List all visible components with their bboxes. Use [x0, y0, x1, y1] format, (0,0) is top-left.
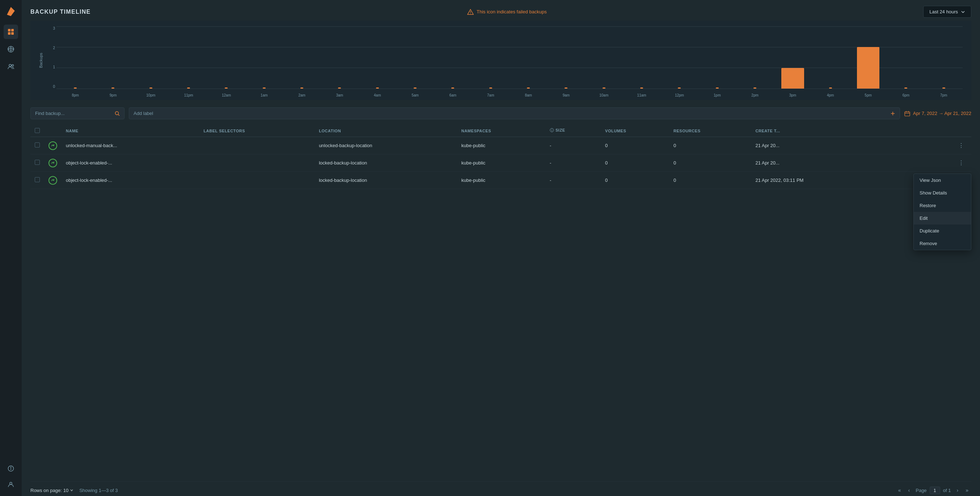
- x-axis-label: 12pm: [660, 93, 698, 97]
- col-actions-header: [881, 125, 971, 137]
- table-row: object-lock-enabled-... locked-backup-lo…: [30, 154, 971, 172]
- first-page-button[interactable]: «: [895, 486, 904, 494]
- sidebar-item-dashboard[interactable]: [4, 25, 18, 39]
- svg-point-12: [10, 482, 12, 485]
- chart-dot: [263, 87, 266, 89]
- row-namespaces: kube-public: [457, 154, 546, 172]
- calendar-icon: [904, 111, 910, 116]
- rows-per-page-label: Rows on page:: [30, 488, 62, 493]
- x-axis-label: 5pm: [850, 93, 887, 97]
- app-logo[interactable]: [4, 4, 18, 17]
- sidebar-item-users[interactable]: [4, 59, 18, 74]
- y-tick-3: 3: [48, 26, 55, 30]
- chart-dot: [150, 87, 152, 89]
- chart-dot: [414, 87, 417, 89]
- x-axis-label: 10am: [585, 93, 623, 97]
- context-menu-item[interactable]: Restore: [914, 199, 971, 212]
- x-axis-label: 7pm: [925, 93, 963, 97]
- current-page[interactable]: 1: [930, 486, 940, 494]
- bar-slot: [170, 26, 207, 89]
- prev-page-button[interactable]: ‹: [905, 486, 913, 494]
- next-page-button[interactable]: ›: [954, 486, 961, 494]
- x-axis-label: 3pm: [774, 93, 811, 97]
- x-axis-label: 1am: [245, 93, 283, 97]
- row-size: -: [546, 137, 601, 154]
- plus-icon: [890, 111, 895, 116]
- row-icon-cell: [44, 172, 62, 189]
- header-row: NAME LABEL SELECTORS LOCATION NAMESPACES…: [30, 125, 971, 137]
- select-all-checkbox[interactable]: [35, 128, 40, 133]
- row-more-button[interactable]: ⋮: [955, 158, 967, 168]
- row-more-button[interactable]: ⋮: [955, 141, 967, 151]
- chart-dot: [942, 87, 945, 89]
- col-size-header[interactable]: SIZE: [546, 125, 601, 135]
- x-axis-label: 6am: [434, 93, 471, 97]
- x-axis-label: 6pm: [887, 93, 924, 97]
- svg-point-25: [552, 129, 552, 130]
- bar-slot: [245, 26, 283, 89]
- warning-text: This icon indicates failed backups: [477, 9, 547, 14]
- row-resources: 0: [669, 154, 751, 172]
- context-menu-item[interactable]: Remove: [914, 237, 971, 250]
- col-name-header[interactable]: NAME: [62, 125, 199, 137]
- page-label: Page: [916, 488, 926, 493]
- last-page-button[interactable]: »: [963, 486, 971, 494]
- context-menu: View JsonShow DetailsRestoreEditDuplicat…: [913, 174, 971, 250]
- row-name: unlocked-manual-back...: [62, 137, 199, 154]
- bar-slot: [585, 26, 623, 89]
- bar-slot: [132, 26, 170, 89]
- table-footer: Rows on page: 10 Showing 1—3 of 3 « ‹ Pa…: [30, 481, 971, 496]
- chart-dot: [74, 87, 77, 89]
- sidebar-item-network[interactable]: [4, 42, 18, 56]
- col-icon-header: [44, 125, 62, 137]
- chart-dot: [829, 87, 832, 89]
- sidebar-item-account[interactable]: [4, 477, 18, 492]
- backup-chart: Backups 3 2 1 0: [30, 21, 971, 100]
- bar-slot: [736, 26, 774, 89]
- col-resources-header[interactable]: RESOURCES: [669, 125, 751, 137]
- row-checkbox-cell: [30, 154, 44, 172]
- row-checkbox[interactable]: [35, 160, 40, 165]
- y-tick-1: 1: [48, 65, 55, 69]
- row-checkbox[interactable]: [35, 177, 40, 182]
- x-axis-label: 3am: [321, 93, 358, 97]
- col-created-header[interactable]: CREATE T...: [751, 125, 881, 137]
- chart-dot: [187, 87, 190, 89]
- col-location-header[interactable]: LOCATION: [315, 125, 457, 137]
- table-body: unlocked-manual-back... unlocked-backup-…: [30, 137, 971, 189]
- search-box[interactable]: [30, 107, 124, 119]
- data-table: NAME LABEL SELECTORS LOCATION NAMESPACES…: [30, 125, 971, 189]
- total-pages: of 1: [943, 488, 951, 493]
- date-range-picker[interactable]: Apr 7, 2022 → Apr 21, 2022: [904, 111, 971, 116]
- select-all-header[interactable]: [30, 125, 44, 137]
- context-menu-item[interactable]: Duplicate: [914, 225, 971, 237]
- rows-per-page-value: 10: [63, 488, 68, 493]
- bar-slot: [321, 26, 358, 89]
- rows-per-page[interactable]: Rows on page: 10: [30, 488, 73, 493]
- col-namespaces-header[interactable]: NAMESPACES: [457, 125, 546, 137]
- bar-slot: [812, 26, 850, 89]
- row-location: locked-backup-location: [315, 154, 457, 172]
- chart-plot-area: [56, 26, 963, 89]
- context-menu-item[interactable]: Show Details: [914, 187, 971, 199]
- col-volumes-header[interactable]: VOLUMES: [601, 125, 669, 137]
- context-menu-item[interactable]: Edit: [914, 212, 971, 225]
- label-selector[interactable]: Add label: [129, 107, 900, 119]
- chart-bar: [857, 47, 880, 89]
- size-info-icon: [550, 128, 554, 132]
- bar-slot: [283, 26, 321, 89]
- x-axis-label: 5am: [396, 93, 434, 97]
- chevron-down-icon: [961, 10, 965, 14]
- pagination: « ‹ Page 1 of 1 › »: [895, 486, 971, 494]
- time-range-button[interactable]: Last 24 hours: [923, 6, 971, 18]
- search-input[interactable]: [35, 111, 112, 116]
- sidebar-item-info[interactable]: [4, 461, 18, 476]
- row-checkbox[interactable]: [35, 143, 40, 147]
- svg-point-15: [115, 111, 119, 115]
- context-menu-item[interactable]: View Json: [914, 174, 971, 187]
- x-axis-label: 8pm: [56, 93, 94, 97]
- date-range-text: Apr 7, 2022 → Apr 21, 2022: [913, 111, 971, 116]
- col-labels-header[interactable]: LABEL SELECTORS: [199, 125, 315, 137]
- x-axis-label: 4pm: [812, 93, 850, 97]
- x-axis-label: 8am: [509, 93, 547, 97]
